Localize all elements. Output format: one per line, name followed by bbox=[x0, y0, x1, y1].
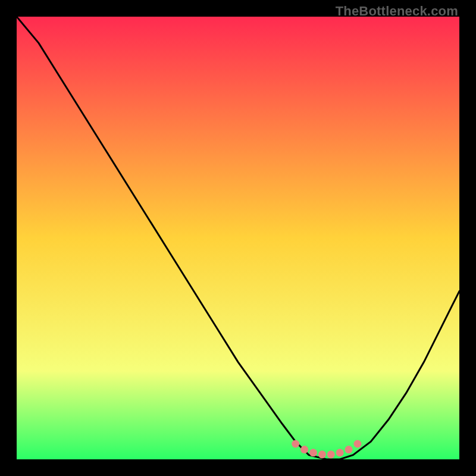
optimal-marker bbox=[318, 450, 326, 458]
gradient-background bbox=[17, 17, 459, 459]
optimal-marker bbox=[292, 440, 299, 448]
watermark-text: TheBottleneck.com bbox=[336, 4, 458, 19]
optimal-marker bbox=[300, 446, 308, 453]
optimal-marker bbox=[345, 446, 353, 453]
optimal-marker bbox=[353, 440, 361, 448]
optimal-marker bbox=[327, 450, 335, 458]
bottleneck-chart bbox=[17, 17, 459, 459]
optimal-marker bbox=[336, 449, 344, 456]
optimal-marker bbox=[309, 449, 317, 456]
